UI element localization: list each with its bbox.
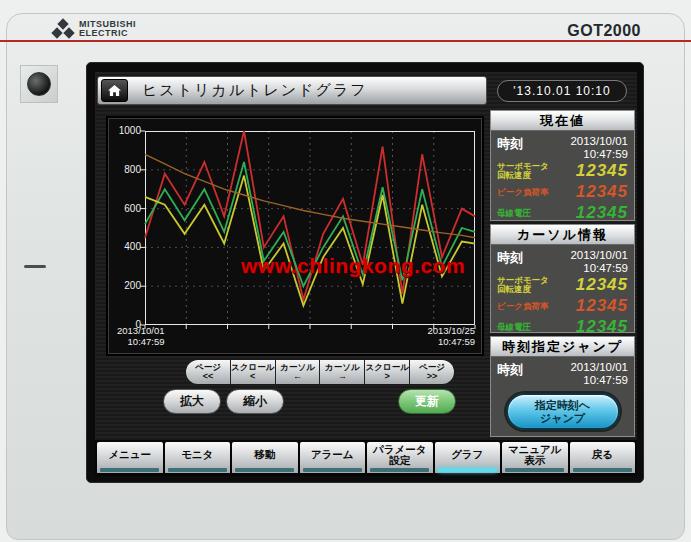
menu-button-manual-display[interactable]: マニュアル表示 [502, 442, 568, 473]
mitsubishi-logo: MITSUBISHI ELECTRIC [52, 19, 136, 39]
menu-button-menu[interactable]: メニュー [97, 442, 163, 473]
menu-button-graph[interactable]: グラフ [435, 442, 501, 473]
bezel-marking [24, 265, 46, 268]
bezel-accent-line [0, 40, 691, 42]
watermark-text: www.chlingkong.com [241, 254, 465, 278]
panel-header: 現在値 [491, 111, 634, 131]
page-title: ヒストリカルトレンドグラフ [142, 81, 368, 100]
panel-header: カーソル情報 [491, 225, 634, 245]
got2000-logo: GOT2000 [567, 22, 641, 41]
trend-nav-buttons: ページ<< スクロール< カーソル← カーソル→ スクロール> ページ>> [185, 359, 455, 385]
hmi-display: ヒストリカルトレンドグラフ '13.10.01 10:10 0200400600… [95, 72, 637, 476]
home-icon [107, 84, 122, 97]
system-clock: '13.10.01 10:10 [497, 80, 627, 102]
value-row: サーボモータ回転速度 12345 [497, 275, 628, 295]
trend-chart: 02004006008001000 2013/10/0110:47:59 201… [108, 118, 482, 354]
menu-button-parameter-setting[interactable]: パラメータ設定 [367, 442, 433, 473]
menu-button-back[interactable]: 戻る [570, 442, 636, 473]
value-row: サーボモータ回転速度 12345 [497, 161, 628, 181]
cursor-info-panel: カーソル情報 時刻 2013/10/0110:47:59 サーボモータ回転速度 … [490, 224, 635, 333]
value-row: ピーク負荷率 12345 [497, 182, 628, 202]
time-value: 2013/10/0110:47:59 [570, 249, 628, 274]
got2000-device: MITSUBISHI ELECTRIC GOT2000 ヒストリカルトレンドグラ… [0, 0, 691, 542]
refresh-button[interactable]: 更新 [398, 389, 456, 414]
x-axis-start-label: 2013/10/0110:47:59 [117, 326, 165, 348]
zoom-in-button[interactable]: 拡大 [163, 389, 221, 414]
x-axis-end-label: 2013/10/2510:47:59 [427, 326, 475, 348]
front-sensor-button [27, 72, 51, 96]
scroll-back-button[interactable]: スクロール< [231, 360, 276, 384]
current-value-panel: 現在値 時刻 2013/10/0110:47:59 サーボモータ回転速度 123… [490, 110, 635, 221]
front-sensor-frame [20, 65, 58, 103]
y-tick-label: 200 [111, 280, 141, 291]
value-row: 母線電圧 12345 [497, 317, 628, 337]
trend-chart-svg [109, 119, 483, 355]
y-tick-label: 600 [111, 203, 141, 214]
y-tick-label: 800 [111, 164, 141, 175]
time-value: 2013/10/0110:47:59 [570, 361, 628, 386]
jump-to-time-button[interactable]: 指定時刻へ ジャンプ [506, 393, 620, 430]
time-label: 時刻 [497, 135, 523, 153]
time-label: 時刻 [497, 361, 523, 379]
page-back-button[interactable]: ページ<< [186, 360, 231, 384]
value-row: ピーク負荷率 12345 [497, 296, 628, 316]
page-forward-button[interactable]: ページ>> [410, 360, 454, 384]
panel-header: 時刻指定ジャンプ [491, 337, 634, 357]
time-jump-panel: 時刻指定ジャンプ 時刻 2013/10/0110:47:59 指定時刻へ ジャン… [490, 336, 635, 437]
menu-button-move[interactable]: 移動 [232, 442, 298, 473]
cursor-right-button[interactable]: カーソル→ [320, 360, 365, 384]
home-button[interactable] [101, 79, 128, 102]
time-label: 時刻 [497, 249, 523, 267]
scroll-forward-button[interactable]: スクロール> [365, 360, 410, 384]
time-value: 2013/10/0110:47:59 [570, 135, 628, 160]
cursor-left-button[interactable]: カーソル← [276, 360, 321, 384]
y-tick-label: 400 [111, 241, 141, 252]
title-bar: ヒストリカルトレンドグラフ [97, 76, 487, 105]
y-tick-label: 1000 [111, 125, 141, 136]
menu-button-monitor[interactable]: モニタ [165, 442, 231, 473]
brand-line2: ELECTRIC [79, 29, 136, 38]
three-diamond-icon [52, 19, 74, 39]
bottom-menu-bar: メニュー モニタ 移動 アラーム パラメータ設定 グラフ マニュアル表示 戻る [95, 440, 637, 476]
value-row: 母線電圧 12345 [497, 203, 628, 223]
menu-button-alarm[interactable]: アラーム [300, 442, 366, 473]
zoom-out-button[interactable]: 縮小 [226, 389, 284, 414]
